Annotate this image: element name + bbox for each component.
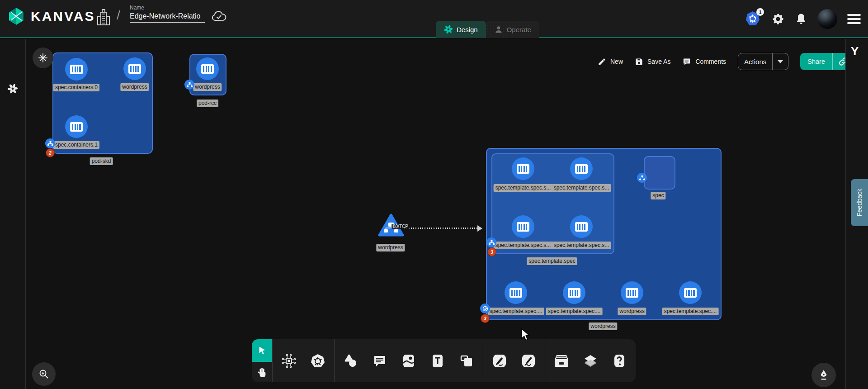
node-wordpress-container[interactable]: [196, 57, 219, 80]
tool-pan[interactable]: [252, 362, 272, 382]
tab-design[interactable]: Design: [436, 21, 486, 38]
save-as-button[interactable]: Save As: [635, 57, 670, 66]
kubernetes-context-button[interactable]: 1: [745, 10, 761, 28]
issue-count-badge[interactable]: 2: [46, 149, 54, 157]
left-rail: ›: [0, 39, 26, 389]
container-icon: [128, 64, 141, 74]
design-actions-row: New Save As Comments Actions Share: [598, 52, 854, 71]
node-template-container-0[interactable]: [512, 157, 534, 180]
node-template-container-3[interactable]: [570, 215, 593, 238]
tool-draw-freehand[interactable]: [519, 348, 538, 374]
operate-tab-icon: [494, 25, 503, 34]
node-bottom-container-3[interactable]: [679, 281, 702, 304]
logo-text: KANVAS: [31, 9, 95, 24]
chevron-down-icon: [778, 60, 783, 63]
tool-shapes[interactable]: [341, 348, 361, 374]
group-spec-template-spec[interactable]: [491, 153, 614, 254]
node-spec[interactable]: [644, 156, 675, 190]
container-icon: [517, 164, 529, 174]
node-template-container-1[interactable]: [570, 157, 593, 180]
tool-comment[interactable]: [370, 348, 390, 374]
snowflake-view-button[interactable]: [33, 47, 53, 68]
mode-tabs: Design Operate: [436, 21, 539, 38]
node-label: spec.template.spec....: [488, 308, 544, 315]
tool-dock: [252, 339, 636, 382]
tool-drawer[interactable]: [552, 348, 571, 374]
cursor-arrow-icon: [257, 346, 267, 356]
ink-pen-button[interactable]: [811, 363, 836, 387]
pod-kind-icon[interactable]: [45, 138, 55, 148]
node-bottom-container-1[interactable]: [563, 281, 585, 304]
node-bottom-container-0[interactable]: [505, 281, 527, 304]
group-label: pod-skd: [90, 157, 113, 165]
deployment-kind-icon[interactable]: [480, 304, 490, 313]
tool-media[interactable]: [399, 348, 419, 374]
tool-note[interactable]: [457, 348, 476, 374]
pod-kind-icon[interactable]: [486, 237, 496, 247]
zoom-button[interactable]: [32, 362, 56, 386]
tool-help[interactable]: [609, 348, 629, 374]
node-spec-containers-0[interactable]: [65, 58, 88, 81]
node-label: wordpress: [193, 83, 222, 91]
settings-gear-icon[interactable]: [771, 12, 785, 26]
pod-kind-icon[interactable]: [637, 173, 647, 183]
node-wordpress-container[interactable]: [123, 57, 146, 80]
node-spec-containers-1[interactable]: [65, 115, 88, 138]
actions-caret[interactable]: [772, 53, 788, 70]
tool-text[interactable]: [428, 348, 448, 374]
actions-label: Actions: [738, 53, 772, 70]
design-name-block: Name Edge-Network-Relatio: [130, 5, 205, 23]
node-label: spec.template.spec.s...: [494, 242, 553, 249]
notifications-bell-icon[interactable]: [795, 12, 807, 26]
text-tool-icon: [431, 353, 444, 369]
snowflake-icon: [38, 53, 48, 63]
comments-button[interactable]: Comments: [682, 57, 726, 66]
cloud-saved-icon: [211, 10, 227, 23]
node-template-container-2[interactable]: [512, 215, 534, 238]
tool-kubernetes[interactable]: [308, 348, 328, 374]
tool-layers[interactable]: [580, 348, 600, 374]
pod-kind-icon[interactable]: [184, 80, 194, 90]
design-name-input[interactable]: Edge-Network-Relatio: [130, 12, 205, 23]
container-icon: [568, 288, 580, 298]
kanvas-logo[interactable]: KANVAS: [6, 6, 95, 26]
issue-count-badge[interactable]: 3: [481, 314, 489, 323]
organization-building-icon[interactable]: [96, 8, 111, 28]
actions-dropdown-button[interactable]: Actions: [738, 53, 788, 70]
tab-operate[interactable]: Operate: [486, 21, 539, 38]
right-panel-glyph-icon[interactable]: Y: [851, 44, 859, 58]
new-label: New: [610, 58, 623, 65]
new-button[interactable]: New: [598, 57, 623, 66]
node-label: wordpress: [618, 308, 646, 315]
container-icon: [201, 64, 214, 74]
header-right-actions: 1: [745, 0, 861, 38]
node-bottom-container-2[interactable]: [621, 281, 643, 304]
pencil-new-icon: [598, 57, 606, 66]
edge-service-to-deployment[interactable]: [404, 228, 478, 229]
component-chip-icon: [281, 353, 297, 369]
node-label: wordpress: [376, 244, 405, 251]
container-icon: [575, 222, 588, 232]
tool-edit-line[interactable]: [490, 348, 509, 374]
node-label: spec.template.spec.s...: [494, 184, 553, 192]
help-question-icon: [613, 353, 626, 369]
hand-pan-icon: [257, 367, 267, 378]
user-avatar[interactable]: [817, 9, 837, 29]
tool-component[interactable]: [279, 348, 299, 374]
layers-icon: [582, 353, 599, 369]
feedback-tab[interactable]: Feedback: [851, 179, 868, 226]
pen-line-icon: [492, 353, 507, 369]
dock-group-misc: [545, 339, 636, 382]
menu-hamburger-icon[interactable]: [847, 14, 861, 24]
sticky-note-icon: [459, 353, 474, 369]
mouse-cursor: [521, 328, 531, 342]
zoom-in-magnifier-icon: [38, 368, 50, 380]
node-label: spec.template.spec....: [546, 308, 603, 315]
node-label: spec.containers.0: [53, 84, 99, 91]
issue-count-badge[interactable]: 3: [488, 248, 496, 256]
context-count-badge: 1: [756, 8, 764, 16]
kubernetes-wheel-icon: [310, 353, 326, 369]
design-tab-icon: [444, 25, 453, 34]
tool-cursor[interactable]: [252, 339, 272, 362]
comments-icon: [682, 57, 691, 66]
